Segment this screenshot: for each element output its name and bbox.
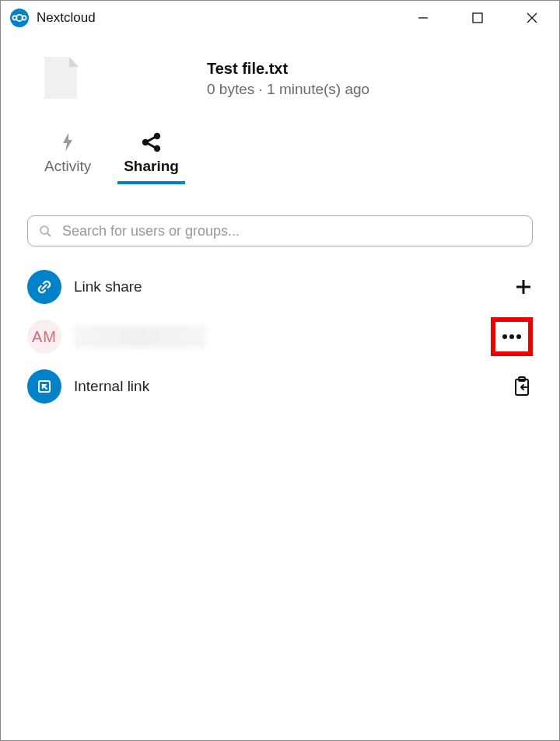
svg-line-10: [148, 138, 155, 142]
search-icon: [39, 225, 51, 237]
svg-point-2: [22, 16, 26, 19]
window-controls: [396, 1, 559, 35]
file-subtext: 0 bytes · 1 minute(s) ago: [207, 81, 369, 98]
nextcloud-icon: [10, 9, 29, 27]
file-name: Test file.txt: [207, 60, 369, 78]
svg-point-12: [40, 226, 48, 234]
content: Link share AM: [1, 184, 559, 411]
tab-label: Activity: [44, 158, 91, 175]
share-row-user: AM: [27, 312, 533, 362]
user-name-redacted: [74, 326, 206, 348]
share-icon: [140, 131, 163, 153]
highlight-box: [491, 317, 533, 356]
share-label: Internal link: [74, 378, 149, 395]
share-row-link: Link share: [27, 262, 533, 312]
file-ago: 1 minute(s) ago: [267, 81, 369, 97]
clipboard-icon: [513, 376, 533, 397]
share-options-button[interactable]: [491, 317, 533, 356]
file-header: Test file.txt 0 bytes · 1 minute(s) ago: [1, 35, 559, 117]
close-button[interactable]: [505, 1, 559, 35]
tab-sharing[interactable]: Sharing: [124, 131, 179, 184]
user-avatar: AM: [27, 320, 61, 354]
file-meta: Test file.txt 0 bytes · 1 minute(s) ago: [207, 60, 369, 98]
window-title: Nextcloud: [37, 10, 96, 26]
svg-line-11: [148, 144, 155, 148]
tab-label: Sharing: [124, 158, 179, 175]
share-list: Link share AM: [27, 262, 533, 411]
bolt-icon: [59, 131, 76, 153]
svg-point-18: [516, 334, 521, 339]
share-label: Link share: [74, 278, 142, 295]
svg-point-16: [502, 334, 507, 339]
maximize-button[interactable]: [450, 1, 505, 35]
search-box[interactable]: [27, 215, 533, 246]
share-row-internal: Internal link: [27, 362, 533, 411]
internal-link-icon: [27, 369, 61, 404]
svg-point-17: [509, 334, 514, 339]
file-separator: ·: [254, 81, 267, 97]
copy-internal-link-button[interactable]: [513, 376, 533, 397]
more-icon: [501, 334, 523, 340]
tab-activity[interactable]: Activity: [44, 131, 91, 184]
svg-rect-4: [473, 13, 482, 23]
tabs: Activity Sharing: [1, 131, 559, 184]
svg-line-13: [47, 233, 51, 236]
minimize-button[interactable]: [396, 1, 450, 35]
titlebar: Nextcloud: [1, 1, 559, 35]
tab-underline: [117, 181, 185, 184]
add-link-share-button[interactable]: [514, 278, 533, 296]
file-size: 0 bytes: [207, 81, 254, 97]
link-icon: [27, 270, 61, 304]
file-icon: [44, 57, 79, 100]
search-input[interactable]: [62, 223, 521, 239]
